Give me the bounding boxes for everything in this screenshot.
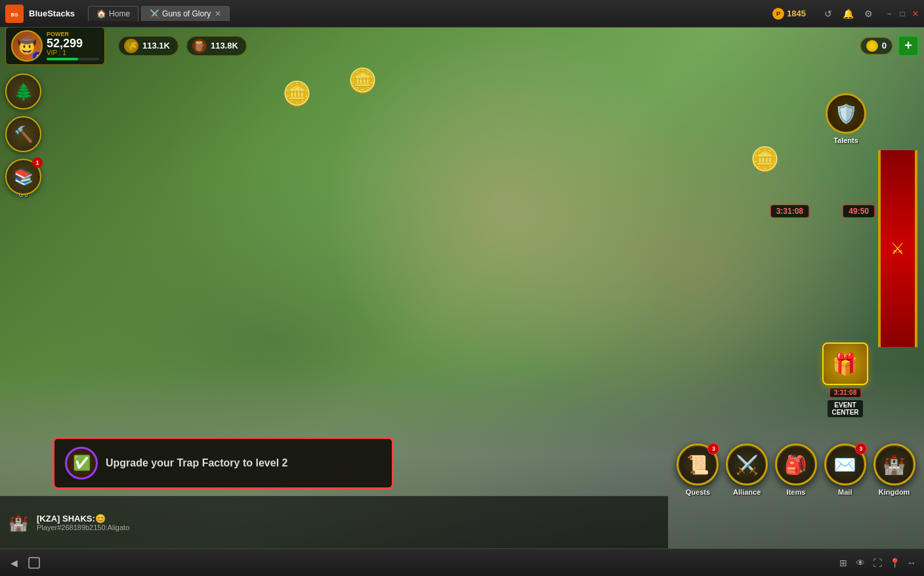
action-buttons-row: 📜 3 Quests ⚔️ Alliance 🎒 Items: [668, 443, 924, 496]
alliance-label: Alliance: [733, 488, 761, 496]
action-grid: 📜 3 Quests ⚔️ Alliance 🎒 Items: [668, 443, 924, 496]
player-level: 4: [32, 51, 43, 62]
event-timer: 3:31:08: [830, 388, 861, 398]
mail-icon: ✉️ 3: [824, 443, 866, 485]
taskbar-icons: ⊞ 👁 ⛶ 📍 ↔: [836, 556, 919, 570]
power-value: 52,299: [47, 37, 99, 49]
talents-icon: 🛡️: [826, 93, 866, 134]
wood-resource[interactable]: 🪵 113.8K: [186, 36, 247, 56]
bell-icon[interactable]: 🔔: [843, 9, 854, 19]
back-button[interactable]: ◀: [5, 555, 23, 571]
location-icon[interactable]: 📍: [887, 556, 902, 570]
tab-close-icon[interactable]: ✕: [215, 9, 221, 18]
items-emoji: 🎒: [784, 454, 807, 476]
quests-emoji: 📜: [686, 454, 709, 476]
add-gold-button[interactable]: +: [898, 35, 919, 56]
quest-checkmark-icon: ✅: [73, 455, 91, 472]
right-banner: [872, 80, 924, 417]
player-info: POWER 52,299 VIP : 1: [47, 31, 99, 60]
left-sidebar: 🌲 🔨 📚 1 6/6: [5, 73, 41, 198]
banner-decoration: [878, 150, 917, 347]
minimize-button[interactable]: −: [885, 9, 894, 18]
mail-button[interactable]: ✉️ 3 Mail: [824, 443, 866, 496]
kingdom-emoji: 🏰: [883, 454, 906, 476]
event-chest-emoji: 🎁: [832, 352, 858, 377]
items-label: Items: [787, 488, 806, 496]
window-controls: − □ ✕: [883, 9, 921, 18]
mail-label: Mail: [838, 488, 852, 496]
gold-display: 0: [860, 37, 892, 54]
talents-label: Talents: [833, 136, 858, 144]
game-tab[interactable]: ⚔️ Guns of Glory ✕: [141, 6, 230, 21]
event-chest-icon[interactable]: 🎁: [822, 342, 868, 385]
hp-bar: [47, 58, 99, 60]
build-icon[interactable]: 🔨: [5, 116, 41, 152]
close-button[interactable]: ✕: [911, 9, 920, 18]
home-button[interactable]: [23, 554, 45, 571]
maximize-button[interactable]: □: [898, 9, 907, 18]
taskbar: ◀ ⊞ 👁 ⛶ 📍 ↔: [0, 548, 924, 576]
settings-icon[interactable]: ⚙: [864, 9, 873, 19]
kingdom-label: Kingdom: [879, 488, 910, 496]
map-timer-2: 49:50: [843, 205, 875, 218]
mail-badge: 3: [855, 443, 867, 455]
food-resource[interactable]: 🌾 113.1K: [118, 36, 178, 56]
quests-button[interactable]: 📜 3 Quests: [677, 443, 719, 496]
expand-icon[interactable]: ⛶: [870, 556, 885, 570]
map-icon-emoji: 🌲: [14, 83, 33, 101]
titlebar: BS BlueStacks 🏠 Home ⚔️ Guns of Glory ✕ …: [0, 0, 924, 28]
talents-section[interactable]: 🛡️ Talents: [826, 93, 866, 144]
player-avatar[interactable]: 🤠 4: [11, 30, 43, 62]
quests-label: Quests: [686, 488, 710, 496]
build-icon-emoji: 🔨: [14, 125, 33, 144]
swap-icon[interactable]: ↔: [904, 556, 919, 570]
game-tab-label: Guns of Glory: [162, 9, 211, 18]
home-icon: 🏠: [96, 9, 106, 18]
event-center-label: EVENT CENTER: [828, 400, 862, 417]
event-center-section: 🎁 3:31:08 EVENT CENTER: [822, 342, 868, 417]
wood-icon: 🪵: [192, 39, 207, 53]
mail-emoji: ✉️: [833, 454, 856, 476]
grid-view-icon[interactable]: ⊞: [836, 556, 850, 570]
quest-log-emoji: 📚: [14, 168, 33, 186]
alliance-icon: ⚔️: [726, 443, 768, 485]
quest-notification-icon: ✅: [65, 447, 98, 480]
vip-badge: VIP : 1: [47, 49, 99, 56]
quests-badge: 3: [707, 443, 719, 455]
player-id: Player#268189b2150:Aligato: [37, 524, 129, 531]
chat-castle-icon: 🏰: [5, 510, 32, 536]
alliance-button[interactable]: ⚔️ Alliance: [726, 443, 768, 496]
home-tab[interactable]: 🏠 Home: [88, 6, 138, 21]
home-tab-label: Home: [109, 9, 130, 18]
wood-value: 113.8K: [211, 41, 238, 51]
quest-notification-text: Upgrade your Trap Factory to level 2: [106, 457, 287, 469]
topbar-right: 0 +: [860, 35, 919, 56]
toolbar-icons: ↺ 🔔 ⚙: [822, 9, 875, 19]
food-value: 113.1K: [142, 41, 170, 51]
alliance-emoji: ⚔️: [736, 454, 759, 476]
gold-value: 0: [882, 41, 887, 51]
svg-text:BS: BS: [10, 12, 18, 18]
hp-fill: [47, 58, 78, 60]
eye-icon[interactable]: 👁: [853, 556, 868, 570]
food-icon: 🌾: [124, 39, 138, 53]
credits-value: 1845: [787, 9, 806, 18]
items-icon: 🎒: [775, 443, 817, 485]
resource-bar: 🌾 113.1K 🪵 113.8K: [118, 36, 247, 56]
player-section: 🤠 4 POWER 52,299 VIP : 1: [5, 28, 105, 65]
credits-section: P 1845: [772, 8, 811, 20]
map-icon[interactable]: 🌲: [5, 73, 41, 110]
quests-icon: 📜 3: [677, 443, 719, 485]
quest-log-icon[interactable]: 📚 1: [5, 159, 41, 195]
chat-content: [KZA] SHAKS:😊 Player#268189b2150:Aligato: [37, 514, 129, 531]
quest-notification[interactable]: ✅ Upgrade your Trap Factory to level 2: [52, 437, 394, 489]
app-brand-label: BlueStacks: [29, 9, 75, 18]
svg-rect-2: [29, 558, 39, 568]
player-chat-bar: 🏰 [KZA] SHAKS:😊 Player#268189b2150:Aliga…: [0, 496, 668, 548]
credits-coin-icon: P: [772, 8, 784, 20]
kingdom-button[interactable]: 🏰 Kingdom: [873, 443, 915, 496]
player-name: [KZA] SHAKS:😊: [37, 514, 129, 524]
game-area: 🪙 🪙 🪙 🤠 4 POWER 52,299 VIP : 1 🌾 113.1: [0, 28, 924, 548]
items-button[interactable]: 🎒 Items: [775, 443, 817, 496]
refresh-icon[interactable]: ↺: [824, 9, 832, 19]
